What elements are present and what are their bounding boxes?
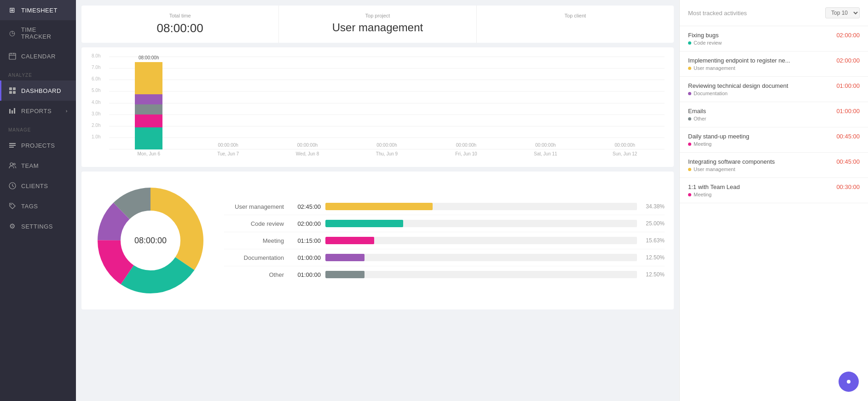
bar-tooltip-thu: 00:00:00h (376, 143, 397, 148)
day-label-thu: Thu, Jun 9 (347, 151, 426, 162)
breakdown-fill-documentation (325, 254, 365, 261)
sidebar-item-label: SETTINGS (21, 223, 53, 230)
sidebar-item-label: CLIENTS (21, 183, 48, 189)
breakdown-bar-meeting (325, 237, 637, 244)
top-client-value (486, 21, 665, 35)
bar-chart: 8.0h 7.0h 6.0h 5.0h 4.0h 3.0h 2.0h 1.0h (91, 57, 665, 162)
day-labels: Mon, Jun 6 Tue, Jun 7 Wed, Jun 8 Thu, Ju… (109, 151, 665, 162)
stat-top-client: Top client (477, 6, 674, 43)
sidebar-item-label: PROJECTS (21, 142, 55, 149)
bar-purple (135, 94, 162, 104)
bar-yellow (135, 62, 162, 94)
top-select[interactable]: Top 10 Top 5 (825, 7, 860, 18)
fab-button[interactable] (839, 372, 859, 392)
activity-time-1: 02:00:00 (836, 57, 860, 64)
sidebar-item-timesheet[interactable]: ⊞ TIMESHEET (0, 0, 76, 20)
svg-point-19 (847, 380, 851, 384)
day-label-fri: Fri, Jun 10 (427, 151, 506, 162)
sidebar-item-settings[interactable]: ⚙ SETTINGS (0, 216, 76, 236)
activity-name-4: Daily stand-up meeting (688, 133, 749, 140)
breakdown-name-code-review: Code review (224, 220, 284, 227)
bar-thu: 00:00:00h (347, 143, 426, 149)
breakdown-name-user-mgmt: User management (224, 203, 284, 210)
activity-item-3: Emails 01:00:00 Other (680, 102, 868, 127)
svg-rect-6 (9, 91, 12, 94)
active-indicator (0, 80, 1, 101)
breakdown-name-meeting: Meeting (224, 237, 284, 244)
donut-chart-wrapper: 08:00:00 (91, 181, 210, 300)
reports-icon (8, 107, 17, 115)
svg-rect-12 (9, 145, 16, 146)
activity-dot-0 (688, 41, 691, 45)
projects-icon (8, 141, 17, 149)
breakdown-pct-meeting: 15.63% (642, 237, 665, 244)
activity-sub-1: User management (694, 65, 735, 71)
section-label-manage: MANAGE (0, 121, 76, 135)
sidebar-item-team[interactable]: TEAM (0, 155, 76, 176)
section-label-analyze: ANALYZE (0, 66, 76, 80)
svg-rect-8 (9, 109, 11, 114)
breakdown-pct-other: 12.50% (642, 271, 665, 278)
breakdown-bar-user-mgmt (325, 203, 637, 210)
bar-chart-section: 8.0h 7.0h 6.0h 5.0h 4.0h 3.0h 2.0h 1.0h (81, 47, 674, 167)
bar-pink (135, 115, 162, 127)
breakdown-row-other: Other 01:00:00 12.50% (224, 266, 665, 283)
sidebar-item-calendar[interactable]: CALENDAR (0, 46, 76, 66)
breakdown-bar-other (325, 271, 637, 278)
time-tracker-icon: ◷ (8, 29, 17, 37)
breakdown-time-code-review: 02:00:00 (289, 220, 321, 227)
breakdown-pct-user-mgmt: 34.38% (642, 203, 665, 210)
activity-name-2: Reviewing technical design document (688, 82, 788, 89)
sidebar-item-label: TIMESHEET (21, 7, 58, 14)
breakdown-pct-code-review: 25.00% (642, 220, 665, 227)
activity-sub-3: Other (694, 116, 706, 121)
breakdown-time-other: 01:00:00 (289, 271, 321, 278)
sidebar-item-label: TAGS (21, 203, 38, 210)
stats-bar: Total time 08:00:00 Top project User man… (81, 6, 674, 43)
sidebar-item-label: DASHBOARD (21, 87, 61, 94)
total-time-label: Total time (91, 13, 269, 18)
top-project-label: Top project (288, 13, 467, 18)
day-label-sat: Sat, Jun 11 (506, 151, 585, 162)
activity-name-5: Integrating software components (688, 158, 775, 165)
activity-name-1: Implementing endpoint to register ne... (688, 57, 790, 64)
svg-rect-7 (13, 91, 16, 94)
tags-icon (8, 202, 17, 210)
svg-rect-0 (9, 53, 16, 59)
breakdown-fill-other (325, 271, 365, 278)
grid-line-8: 8.0h (109, 57, 665, 57)
svg-rect-4 (9, 87, 12, 90)
sidebar-item-label: REPORTS (21, 108, 52, 115)
sidebar-item-label: TIME TRACKER (21, 26, 68, 40)
activity-item-2: Reviewing technical design document 01:0… (680, 77, 868, 102)
sidebar-item-projects[interactable]: PROJECTS (0, 135, 76, 155)
sidebar-item-reports[interactable]: REPORTS › (0, 101, 76, 121)
activity-sub-4: Meeting (694, 141, 712, 147)
svg-rect-9 (12, 110, 13, 114)
bar-tooltip-wed: 00:00:00h (297, 143, 318, 148)
activity-dot-4 (688, 143, 691, 146)
sidebar-item-label: TEAM (21, 162, 39, 169)
clients-icon (8, 182, 17, 190)
activity-time-0: 02:00:00 (836, 32, 860, 39)
sidebar-item-tags[interactable]: TAGS (0, 196, 76, 216)
bottom-section: 08:00:00 User management 02:45:00 34.38%… (81, 172, 674, 309)
sidebar-item-dashboard[interactable]: DASHBOARD (0, 80, 76, 101)
activity-dot-1 (688, 67, 691, 70)
sidebar-item-clients[interactable]: CLIENTS (0, 176, 76, 196)
bar-tooltip-tue: 00:00:00h (218, 143, 238, 148)
activity-dot-5 (688, 168, 691, 171)
stat-total-time: Total time 08:00:00 (81, 6, 279, 43)
activity-dot-3 (688, 117, 691, 120)
sidebar-item-time-tracker[interactable]: ◷ TIME TRACKER (0, 20, 76, 46)
day-label-wed: Wed, Jun 8 (268, 151, 347, 162)
breakdown-time-user-mgmt: 02:45:00 (289, 203, 321, 210)
timesheet-icon: ⊞ (8, 6, 17, 14)
breakdown-time-documentation: 01:00:00 (289, 254, 321, 261)
top-project-value: User management (288, 21, 467, 34)
breakdown-row-documentation: Documentation 01:00:00 12.50% (224, 249, 665, 266)
donut-center-label: 08:00:00 (134, 236, 167, 246)
svg-point-17 (11, 204, 12, 205)
breakdown-bar-code-review (325, 220, 637, 227)
svg-rect-13 (9, 147, 14, 148)
